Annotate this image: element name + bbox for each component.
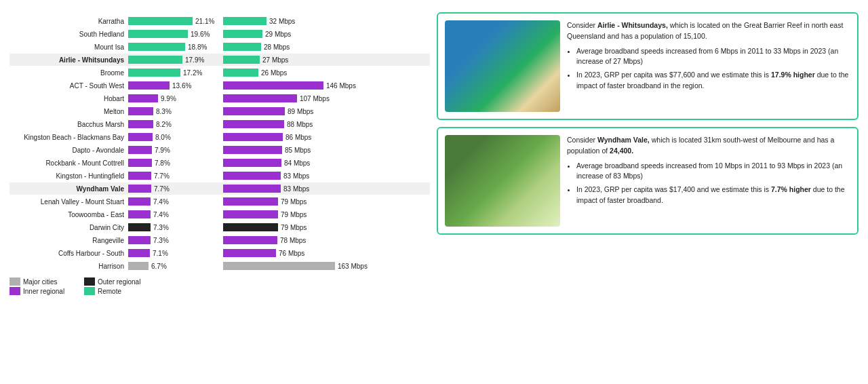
productivity-bar-wrap: 7.7% bbox=[128, 172, 216, 180]
productivity-bar bbox=[128, 172, 151, 180]
productivity-bar bbox=[128, 81, 170, 90]
legend-label: Inner regional bbox=[23, 288, 64, 295]
broadband-val: 107 Mbps bbox=[300, 95, 330, 102]
broadband-val: 78 Mbps bbox=[280, 237, 306, 244]
productivity-pct: 17.2% bbox=[183, 69, 202, 77]
broadband-bar-wrap: 76 Mbps bbox=[223, 249, 304, 257]
broadband-bar bbox=[223, 185, 281, 193]
wyndham-image bbox=[445, 135, 560, 227]
table-row: Lenah Valley - Mount Stuart7.4%79 Mbps bbox=[9, 195, 430, 208]
broadband-bar-wrap: 28 Mbps bbox=[223, 43, 290, 51]
legend-label: Remote bbox=[98, 288, 121, 295]
table-row: Kingston - Huntingfield7.7%83 Mbps bbox=[9, 170, 430, 182]
wyndham-text: Consider Wyndham Vale, which is located … bbox=[567, 135, 850, 227]
broadband-val: 84 Mbps bbox=[284, 159, 310, 167]
broadband-val: 29 Mbps bbox=[265, 31, 291, 38]
productivity-bar bbox=[128, 185, 151, 193]
productivity-pct: 19.6% bbox=[191, 31, 210, 38]
productivity-bar bbox=[128, 210, 151, 218]
row-label: Wyndham Vale bbox=[9, 185, 128, 193]
productivity-bar-wrap: 7.3% bbox=[128, 236, 216, 244]
broadband-bar-wrap: 78 Mbps bbox=[223, 236, 306, 244]
productivity-bar-wrap: 8.2% bbox=[128, 120, 216, 128]
productivity-bar-wrap: 19.6% bbox=[128, 30, 216, 38]
row-label: Toowoomba - East bbox=[9, 211, 128, 218]
row-label: Kingston - Huntingfield bbox=[9, 172, 128, 180]
table-row: Darwin City7.3%79 Mbps bbox=[9, 221, 430, 233]
productivity-bar-wrap: 7.4% bbox=[128, 197, 216, 206]
productivity-bar bbox=[128, 17, 193, 25]
productivity-bar-wrap: 7.8% bbox=[128, 159, 216, 167]
table-row: Bacchus Marsh8.2%88 Mbps bbox=[9, 118, 430, 130]
productivity-bar-wrap: 8.3% bbox=[128, 107, 216, 115]
productivity-pct: 7.4% bbox=[153, 198, 169, 206]
productivity-pct: 18.8% bbox=[188, 43, 207, 51]
productivity-pct: 8.0% bbox=[155, 134, 171, 141]
broadband-bar-wrap: 107 Mbps bbox=[223, 94, 330, 102]
productivity-bar bbox=[128, 236, 151, 244]
row-label: Lenah Valley - Mount Stuart bbox=[9, 198, 128, 206]
broadband-bar bbox=[223, 249, 276, 257]
airlie-intro: Consider Airlie - Whitsundays, which is … bbox=[567, 21, 843, 40]
broadband-bar bbox=[223, 81, 323, 90]
row-label: Dapto - Avondale bbox=[9, 147, 128, 154]
table-row: Rockbank - Mount Cottrell7.8%84 Mbps bbox=[9, 157, 430, 169]
productivity-pct: 7.7% bbox=[154, 185, 170, 193]
legend-label: Major cities bbox=[23, 278, 58, 286]
productivity-bar bbox=[128, 197, 151, 206]
row-label: Harrison bbox=[9, 263, 128, 270]
productivity-pct: 21.1% bbox=[195, 18, 214, 25]
table-row: Toowoomba - East7.4%79 Mbps bbox=[9, 208, 430, 220]
table-row: Wyndham Vale7.7%83 Mbps bbox=[9, 183, 430, 195]
table-row: Mount Isa18.8%28 Mbps bbox=[9, 41, 430, 53]
broadband-bar bbox=[223, 107, 285, 115]
row-label: Mount Isa bbox=[9, 43, 128, 51]
row-label: Melton bbox=[9, 108, 128, 115]
productivity-pct: 8.3% bbox=[156, 108, 172, 115]
broadband-bar-wrap: 29 Mbps bbox=[223, 30, 291, 38]
productivity-pct: 7.1% bbox=[153, 250, 168, 257]
wyndham-bullets: Average broadband speeds increased from … bbox=[576, 161, 850, 206]
row-label: Hobart bbox=[9, 95, 128, 102]
table-row: Coffs Harbour - South7.1%76 Mbps bbox=[9, 247, 430, 259]
table-row: Hobart9.9%107 Mbps bbox=[9, 92, 430, 104]
productivity-bar-wrap: 7.9% bbox=[128, 146, 216, 154]
broadband-bar-wrap: 27 Mbps bbox=[223, 56, 288, 64]
broadband-bar bbox=[223, 236, 277, 244]
row-label: Broome bbox=[9, 69, 128, 77]
table-row: Broome17.2%26 Mbps bbox=[9, 66, 430, 79]
productivity-bar bbox=[128, 30, 188, 38]
broadband-val: 28 Mbps bbox=[264, 43, 290, 51]
productivity-bar bbox=[128, 56, 182, 64]
productivity-pct: 7.7% bbox=[154, 172, 170, 180]
productivity-pct: 17.9% bbox=[185, 56, 204, 64]
productivity-bar bbox=[128, 94, 158, 102]
info-card-airlie: Consider Airlie - Whitsundays, which is … bbox=[437, 12, 859, 120]
productivity-pct: 7.3% bbox=[153, 237, 169, 244]
row-label: Kingston Beach - Blackmans Bay bbox=[9, 134, 128, 141]
row-label: Rockbank - Mount Cottrell bbox=[9, 159, 128, 167]
broadband-val: 146 Mbps bbox=[326, 82, 356, 90]
legend-item: Major cities bbox=[9, 277, 84, 286]
broadband-bar bbox=[223, 43, 261, 51]
productivity-bar-wrap: 21.1% bbox=[128, 17, 216, 25]
airlie-text: Consider Airlie - Whitsundays, which is … bbox=[567, 20, 850, 112]
table-row: Karratha21.1%32 Mbps bbox=[9, 15, 430, 27]
airlie-bullet-1: Average broadband speeds increased from … bbox=[576, 46, 850, 68]
productivity-bar-wrap: 7.1% bbox=[128, 249, 216, 257]
broadband-bar-wrap: 146 Mbps bbox=[223, 81, 356, 90]
left-panel: Karratha21.1%32 MbpsSouth Hedland19.6%29… bbox=[9, 12, 430, 295]
broadband-bar-wrap: 83 Mbps bbox=[223, 172, 309, 180]
productivity-bar bbox=[128, 120, 153, 128]
table-row: Airlie - Whitsundays17.9%27 Mbps bbox=[9, 54, 430, 66]
broadband-bar bbox=[223, 197, 278, 206]
bar-rows-container: Karratha21.1%32 MbpsSouth Hedland19.6%29… bbox=[9, 15, 430, 272]
broadband-bar-wrap: 86 Mbps bbox=[223, 133, 311, 141]
broadband-bar-wrap: 79 Mbps bbox=[223, 223, 307, 231]
productivity-pct: 7.8% bbox=[155, 159, 170, 167]
row-label: Karratha bbox=[9, 18, 128, 25]
wyndham-bullet-1: Average broadband speeds increased from … bbox=[576, 161, 850, 183]
productivity-pct: 8.2% bbox=[156, 121, 172, 128]
broadband-bar bbox=[223, 120, 284, 128]
broadband-val: 86 Mbps bbox=[285, 134, 311, 141]
